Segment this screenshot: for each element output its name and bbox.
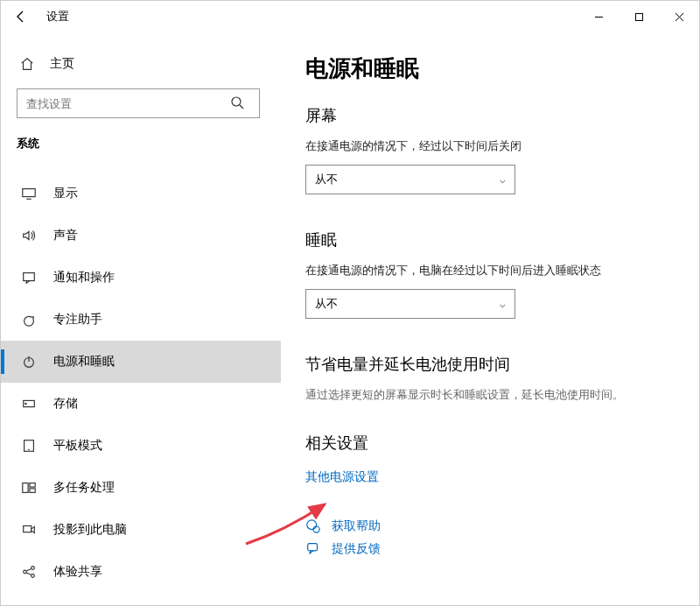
feedback-icon [305,541,321,557]
sidebar-item-label: 平板模式 [53,438,102,454]
get-help-row[interactable]: 获取帮助 [305,518,675,534]
feedback-label: 提供反馈 [332,541,381,557]
sidebar-item-multitask[interactable]: 多任务处理 [17,467,272,509]
svg-point-24 [307,520,317,530]
storage-icon [20,395,38,412]
screen-timeout-dropdown[interactable]: 从不 ⌵ [305,165,515,194]
section-label: 系统 [17,136,272,152]
svg-rect-15 [23,483,28,493]
maximize-button[interactable] [619,3,659,31]
sidebar-item-display[interactable]: 显示 [17,173,272,215]
related-heading: 相关设置 [305,433,675,454]
minimize-button[interactable] [578,3,619,31]
project-icon [20,521,38,539]
sleep-heading: 睡眠 [305,229,675,250]
sidebar: 主页 系统 显示 声音 通知和操作 专注助手 电源和睡眠 [1,32,281,605]
sidebar-item-label: 显示 [53,186,78,201]
save-desc: 通过选择更短的屏幕显示时长和睡眠设置，延长电池使用时间。 [305,387,675,403]
save-heading: 节省电量并延长电池使用时间 [305,354,675,375]
search-icon [230,95,244,112]
shared-icon [20,563,38,581]
screen-desc: 在接通电源的情况下，经过以下时间后关闭 [305,138,675,154]
svg-point-21 [32,574,35,578]
svg-rect-26 [308,544,318,551]
sidebar-item-project[interactable]: 投影到此电脑 [17,509,272,551]
sidebar-item-shared[interactable]: 体验共享 [17,551,272,593]
svg-rect-17 [30,489,35,493]
search-input[interactable] [17,88,260,118]
chevron-down-icon: ⌵ [500,299,506,310]
sleep-desc: 在接通电源的情况下，电脑在经过以下时间后进入睡眠状态 [305,263,675,278]
sidebar-item-label: 声音 [53,228,78,243]
svg-rect-16 [30,483,35,488]
sleep-timeout-dropdown[interactable]: 从不 ⌵ [305,289,515,319]
sidebar-item-label: 通知和操作 [53,270,115,285]
svg-rect-18 [24,526,32,532]
tablet-icon [20,437,38,454]
sidebar-item-label: 多任务处理 [53,480,115,496]
display-icon [20,185,38,202]
power-icon [20,353,38,370]
svg-line-23 [26,573,31,575]
svg-line-5 [240,105,243,109]
sidebar-item-label: 存储 [53,396,78,412]
sidebar-item-label: 专注助手 [53,312,102,328]
home-icon [18,55,36,73]
window-title: 设置 [46,9,69,25]
help-icon [305,518,321,534]
notification-icon [20,269,38,286]
close-button[interactable] [659,3,699,31]
sidebar-item-sound[interactable]: 声音 [17,215,272,257]
multitask-icon [20,479,38,497]
screen-timeout-value: 从不 [315,172,338,187]
page-title: 电源和睡眠 [305,53,675,84]
get-help-label: 获取帮助 [332,518,381,534]
sidebar-item-storage[interactable]: 存储 [17,383,272,425]
other-power-settings-link[interactable]: 其他电源设置 [305,469,379,485]
sidebar-item-tablet[interactable]: 平板模式 [17,425,272,467]
svg-point-25 [313,526,319,532]
sidebar-item-label: 电源和睡眠 [53,354,115,370]
svg-rect-1 [635,13,642,20]
sidebar-item-focus[interactable]: 专注助手 [17,299,272,341]
content: 电源和睡眠 屏幕 在接通电源的情况下，经过以下时间后关闭 从不 ⌵ 睡眠 在接通… [281,32,699,605]
focus-icon [20,311,38,328]
svg-rect-6 [23,189,35,197]
feedback-row[interactable]: 提供反馈 [305,541,675,557]
home-label: 主页 [50,56,74,72]
svg-point-19 [24,570,27,574]
sidebar-item-label: 体验共享 [53,564,102,580]
svg-point-4 [232,97,241,106]
chevron-down-icon: ⌵ [500,174,506,186]
back-button[interactable] [8,4,34,30]
sidebar-item-power[interactable]: 电源和睡眠 [1,341,281,383]
search-box[interactable] [17,88,272,118]
home-nav[interactable]: 主页 [17,50,272,88]
svg-point-12 [25,403,26,404]
screen-heading: 屏幕 [305,105,675,126]
sound-icon [20,227,38,244]
svg-rect-8 [24,273,35,281]
sidebar-item-label: 投影到此电脑 [53,522,127,538]
svg-point-20 [32,567,35,570]
sleep-timeout-value: 从不 [315,296,338,312]
sidebar-item-notifications[interactable]: 通知和操作 [17,257,272,299]
titlebar: 设置 [1,1,699,32]
svg-line-22 [26,568,31,571]
